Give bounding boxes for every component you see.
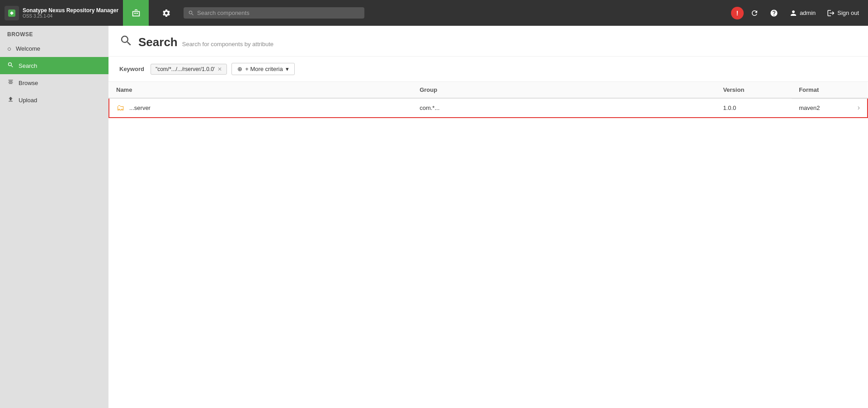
keyword-value: "com/*.../.../rserver/1.0.0' xyxy=(156,66,215,72)
cell-version: 1.0.0 xyxy=(716,98,792,118)
search-icon xyxy=(7,62,14,70)
sidebar: Browse ○ Welcome Search Browse xyxy=(0,26,108,408)
folder-icon: 🗂 xyxy=(117,103,125,113)
sidebar-item-upload[interactable]: Upload xyxy=(0,91,108,109)
keyword-label: Keyword xyxy=(119,66,144,72)
sidebar-item-search[interactable]: Search xyxy=(0,57,108,74)
search-criteria: Keyword "com/*.../.../rserver/1.0.0' ✕ ⊕… xyxy=(108,57,868,82)
sidebar-section-browse: Browse xyxy=(0,26,108,40)
sidebar-item-welcome[interactable]: ○ Welcome xyxy=(0,40,108,57)
table-row[interactable]: 🗂...servercom.*...1.0.0maven2› xyxy=(109,98,868,118)
brand-logo xyxy=(5,6,19,20)
keyword-tag[interactable]: "com/*.../.../rserver/1.0.0' ✕ xyxy=(151,64,227,75)
chevron-right-icon: › xyxy=(858,104,860,112)
row-name-value: ...server xyxy=(129,104,151,111)
cell-name: 🗂...server xyxy=(109,98,412,118)
brand-text: Sonatype Nexus Repository Manager OSS 3.… xyxy=(23,7,118,19)
search-input[interactable] xyxy=(197,9,360,16)
global-search-bar[interactable] xyxy=(184,7,364,19)
sidebar-item-browse-label: Browse xyxy=(19,80,38,86)
results-table: Name Group Version Format 🗂...servercom.… xyxy=(108,82,868,408)
more-criteria-label: + More criteria xyxy=(245,66,283,72)
col-header-name[interactable]: Name xyxy=(109,82,412,98)
admin-button[interactable]: admin xyxy=(785,6,820,20)
admin-label: admin xyxy=(800,9,816,16)
settings-nav-button[interactable] xyxy=(153,0,179,26)
more-criteria-button[interactable]: ⊕ + More criteria ▾ xyxy=(231,63,294,75)
page-subtitle: Search for components by attribute xyxy=(182,41,274,47)
svg-rect-2 xyxy=(136,13,137,14)
cell-format: maven2› xyxy=(792,99,867,116)
plus-icon: ⊕ xyxy=(237,66,242,72)
app-version: OSS 3.25.1-04 xyxy=(23,14,118,19)
navbar: Sonatype Nexus Repository Manager OSS 3.… xyxy=(0,0,868,26)
page-header: Search Search for components by attribut… xyxy=(108,26,868,57)
sidebar-item-search-label: Search xyxy=(19,62,37,69)
sidebar-item-browse[interactable]: Browse xyxy=(0,74,108,91)
home-nav-button[interactable] xyxy=(123,0,149,26)
sidebar-item-welcome-label: Welcome xyxy=(16,45,40,52)
layout: Browse ○ Welcome Search Browse xyxy=(0,26,868,408)
refresh-button[interactable] xyxy=(746,6,763,20)
database-icon xyxy=(7,79,14,87)
navbar-right: ! admin Sign out xyxy=(731,6,863,20)
alert-button[interactable]: ! xyxy=(731,7,744,19)
table-header-row: Name Group Version Format xyxy=(109,82,868,98)
col-header-group[interactable]: Group xyxy=(412,82,716,98)
upload-icon xyxy=(7,96,14,104)
sidebar-item-upload-label: Upload xyxy=(19,97,37,104)
col-header-format[interactable]: Format xyxy=(792,82,868,98)
main-content: Search Search for components by attribut… xyxy=(108,26,868,408)
help-button[interactable] xyxy=(765,6,783,20)
format-value: maven2 xyxy=(799,104,820,111)
signout-label: Sign out xyxy=(837,9,859,16)
components-table: Name Group Version Format 🗂...servercom.… xyxy=(108,82,868,118)
chevron-down-icon: ▾ xyxy=(286,66,289,72)
svg-rect-1 xyxy=(134,13,136,14)
search-header-icon xyxy=(119,34,133,51)
brand: Sonatype Nexus Repository Manager OSS 3.… xyxy=(5,6,118,20)
app-title: Sonatype Nexus Repository Manager xyxy=(23,7,118,14)
page-title: Search xyxy=(138,35,178,49)
keyword-remove-icon[interactable]: ✕ xyxy=(217,66,222,72)
cell-group: com.*... xyxy=(412,98,716,118)
circle-icon: ○ xyxy=(7,45,11,52)
signout-button[interactable]: Sign out xyxy=(822,6,863,20)
page-title-block: Search Search for components by attribut… xyxy=(138,35,274,49)
col-header-version[interactable]: Version xyxy=(716,82,792,98)
